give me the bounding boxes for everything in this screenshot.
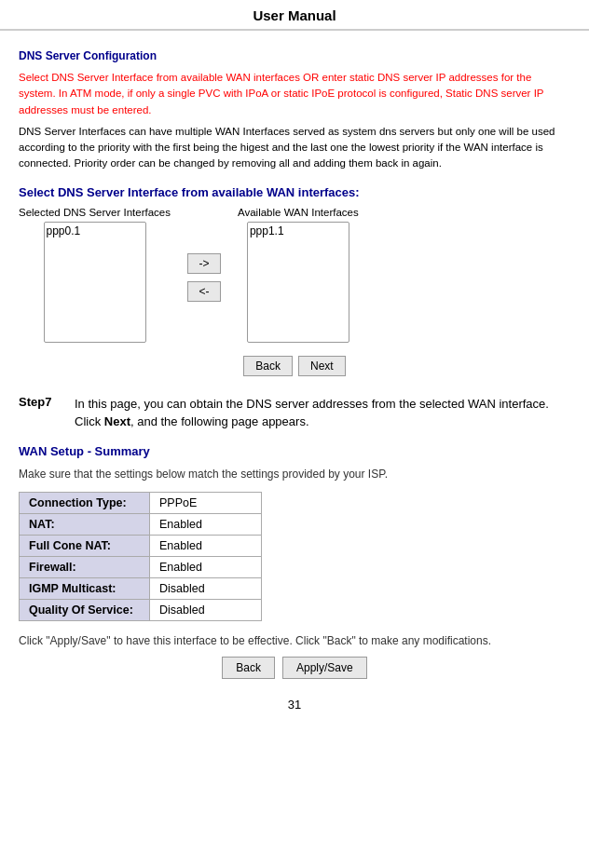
available-label: Available WAN Interfaces (238, 207, 359, 218)
page-number: 31 (19, 698, 570, 712)
available-interfaces-listbox[interactable]: ppp1.1 (247, 222, 349, 343)
table-cell-value: Disabled (150, 599, 262, 620)
step7-label: Step7 (19, 395, 65, 431)
table-cell-label: NAT: (20, 513, 150, 535)
dns-section-title: DNS Server Configuration (19, 49, 570, 62)
table-cell-label: Quality Of Service: (20, 599, 150, 620)
footer-note: Click "Apply/Save" to have this interfac… (19, 634, 570, 647)
table-row: IGMP Multicast:Disabled (20, 577, 262, 599)
table-cell-label: Full Cone NAT: (20, 535, 150, 556)
page-header: User Manual (0, 0, 589, 30)
wan-summary-title: WAN Setup - Summary (19, 444, 570, 458)
apply-save-button[interactable]: Apply/Save (282, 657, 367, 679)
table-row: Full Cone NAT:Enabled (20, 535, 262, 556)
table-cell-value: Disabled (150, 577, 262, 599)
selected-item-ppp01[interactable]: ppp0.1 (47, 224, 144, 237)
table-row: Firewall:Enabled (20, 556, 262, 577)
step7-block: Step7 In this page, you can obtain the D… (19, 395, 570, 431)
next-button-dns[interactable]: Next (298, 356, 346, 376)
table-cell-value: PPPoE (150, 492, 262, 513)
table-row: Quality Of Service:Disabled (20, 599, 262, 620)
table-cell-label: Firewall: (20, 556, 150, 577)
table-cell-label: IGMP Multicast: (20, 577, 150, 599)
wan-summary-section: WAN Setup - Summary Make sure that the s… (19, 444, 570, 679)
move-to-selected-button[interactable]: -> (187, 253, 221, 274)
table-row: NAT:Enabled (20, 513, 262, 535)
dns-interface-label: Select DNS Server Interface from availab… (19, 185, 570, 199)
dns-section: DNS Server Configuration Select DNS Serv… (19, 49, 570, 376)
selected-label: Selected DNS Server Interfaces (19, 207, 171, 218)
back-button-summary[interactable]: Back (222, 657, 275, 679)
table-cell-value: Enabled (150, 556, 262, 577)
table-row: Connection Type:PPPoE (20, 492, 262, 513)
selected-interfaces-listbox[interactable]: ppp0.1 (44, 222, 146, 343)
back-button-dns[interactable]: Back (243, 356, 293, 376)
table-cell-value: Enabled (150, 535, 262, 556)
table-cell-value: Enabled (150, 513, 262, 535)
available-item-ppp11[interactable]: ppp1.1 (250, 224, 347, 237)
move-to-available-button[interactable]: <- (187, 281, 221, 302)
wan-summary-table: Connection Type:PPPoENAT:EnabledFull Con… (19, 492, 262, 621)
step7-text: In this page, you can obtain the DNS ser… (75, 395, 570, 431)
dns-desc1: Select DNS Server Interface from availab… (19, 70, 570, 118)
dns-desc2: DNS Server Interfaces can have multiple … (19, 124, 570, 172)
wan-summary-desc: Make sure that the settings below match … (19, 468, 570, 481)
table-cell-label: Connection Type: (20, 492, 150, 513)
